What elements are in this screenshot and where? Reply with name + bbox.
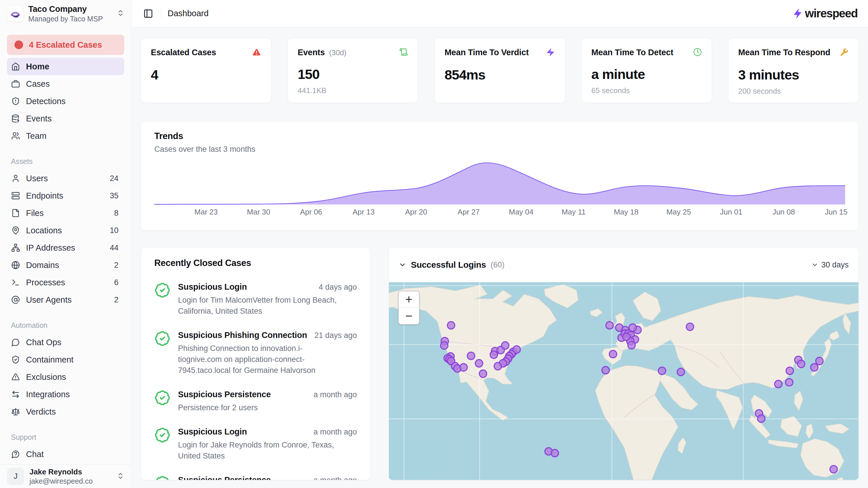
login-location-marker[interactable]: [798, 360, 805, 368]
map-pin-icon: [11, 226, 20, 235]
stat-value: a minute: [591, 66, 702, 82]
login-location-marker[interactable]: [830, 465, 837, 473]
sidebar-toggle-button[interactable]: [142, 7, 155, 20]
login-location-marker[interactable]: [786, 367, 794, 375]
user-menu[interactable]: J Jake Reynolds jake@wirespeed.co: [0, 464, 131, 488]
login-location-marker[interactable]: [475, 360, 483, 367]
trends-chart[interactable]: [154, 159, 845, 205]
sidebar-item-locations[interactable]: Locations10: [7, 222, 124, 239]
zoom-out-button[interactable]: −: [399, 308, 419, 324]
badge-check-icon: [154, 475, 170, 480]
sidebar-item-integrations[interactable]: Integrations: [7, 386, 124, 403]
login-location-marker[interactable]: [816, 357, 823, 365]
stat-label: Events (30d): [298, 48, 346, 57]
closed-case-item[interactable]: Suspicious Persistencea month ago: [154, 475, 357, 480]
panel-left-icon: [143, 9, 153, 19]
sidebar-item-files[interactable]: Files8: [7, 204, 124, 222]
login-location-marker[interactable]: [490, 351, 498, 358]
user-icon: [11, 174, 20, 183]
sidebar-item-containment[interactable]: Containment: [7, 351, 124, 368]
server-icon: [11, 191, 20, 200]
escalated-cases-pill-label: 4 Escalated Cases: [29, 40, 102, 50]
sidebar-item-ip-addresses[interactable]: IP Addresses44: [7, 239, 124, 256]
world-map[interactable]: + −: [389, 282, 859, 480]
page-title: Dashboard: [167, 9, 209, 18]
badge-check-icon: [154, 427, 170, 443]
case-description: Persistence for 2 users: [178, 402, 340, 413]
range-dropdown[interactable]: 30 days: [811, 260, 849, 269]
case-title: Suspicious Login: [178, 427, 247, 436]
sidebar-item-count: 2: [114, 261, 120, 270]
sidebar-item-label: Processes: [26, 278, 108, 287]
x-tick-label: Jun 08: [772, 207, 795, 217]
login-location-marker[interactable]: [494, 363, 502, 370]
login-location-marker[interactable]: [757, 415, 765, 422]
login-location-marker[interactable]: [602, 367, 610, 374]
closed-case-item[interactable]: Suspicious Logina month agoLogin for Jak…: [154, 427, 357, 461]
sidebar-item-verdicts[interactable]: Verdicts: [7, 403, 124, 420]
login-location-marker[interactable]: [677, 368, 684, 376]
successful-logins-header: Successful Logins (60) 30 days: [389, 248, 859, 282]
sidebar-item-processes[interactable]: Processes6: [7, 274, 124, 291]
login-location-marker[interactable]: [479, 370, 487, 378]
sidebar-item-label: Endpoints: [26, 191, 104, 201]
sidebar-item-endpoints[interactable]: Endpoints35: [7, 187, 124, 204]
sidebar-item-count: 8: [114, 209, 120, 218]
stat-sub: 65 seconds: [591, 86, 702, 95]
closed-case-item[interactable]: Suspicious Phishing Connection21 days ag…: [154, 331, 357, 376]
sidebar-item-detections[interactable]: Detections: [7, 92, 124, 110]
sidebar-item-domains[interactable]: Domains2: [7, 256, 124, 274]
brand-wordmark: wirespeed: [805, 7, 858, 20]
world-map-svg: [389, 282, 859, 480]
user-name: Jake Reynolds: [29, 467, 112, 477]
login-location-marker[interactable]: [785, 379, 793, 386]
login-location-marker[interactable]: [658, 367, 666, 375]
sidebar-item-user-agents[interactable]: User Agents2: [7, 291, 124, 309]
login-location-marker[interactable]: [441, 342, 448, 349]
login-location-marker[interactable]: [628, 341, 636, 349]
case-description: Login for Jake Reynolds from Conroe, Tex…: [178, 439, 340, 461]
stat-value: 854ms: [444, 67, 555, 83]
escalated-cases-pill[interactable]: 4 Escalated Cases: [7, 35, 124, 55]
closed-case-item[interactable]: Suspicious Persistencea month agoPersist…: [154, 390, 357, 413]
sidebar-item-chat[interactable]: Chat: [7, 446, 124, 463]
dashboard-content: Escalated Cases4Events (30d)150441.1KBMe…: [131, 27, 868, 488]
sidebar-item-label: Exclusions: [26, 372, 113, 382]
sidebar-item-users[interactable]: Users24: [7, 170, 124, 187]
login-location-marker[interactable]: [810, 364, 818, 371]
x-tick-label: Jun 15: [825, 207, 847, 217]
closed-case-item[interactable]: Suspicious Login4 days agoLogin for Tim …: [154, 282, 357, 317]
login-location-marker[interactable]: [502, 342, 509, 349]
login-location-marker[interactable]: [467, 352, 475, 360]
org-switcher[interactable]: Taco Company Managed by Taco MSP: [0, 0, 131, 27]
sidebar-item-cases[interactable]: Cases: [7, 75, 124, 92]
collapse-chevron-icon[interactable]: [399, 261, 406, 268]
sidebar-item-events[interactable]: Events: [7, 110, 124, 127]
sidebar-item-label: Chat Ops: [26, 338, 113, 347]
case-title: Suspicious Persistence: [178, 475, 271, 480]
login-location-marker[interactable]: [629, 324, 637, 331]
triangle-alert-solid-icon: [252, 48, 261, 58]
sidebar-item-home[interactable]: Home: [7, 58, 124, 75]
zoom-in-button[interactable]: +: [399, 291, 419, 308]
login-location-marker[interactable]: [447, 321, 455, 329]
login-location-marker[interactable]: [460, 364, 467, 371]
stat-label: Mean Time To Verdict: [444, 48, 531, 57]
sidebar-item-team[interactable]: Team: [7, 127, 124, 145]
login-location-marker[interactable]: [606, 321, 614, 329]
sidebar-item-count: 6: [114, 278, 120, 287]
sidebar-item-chat-ops[interactable]: Chat Ops: [7, 334, 124, 351]
primary-nav: HomeCasesDetectionsEventsTeam: [7, 58, 124, 145]
login-location-marker[interactable]: [623, 333, 630, 341]
x-tick-label: Apr 13: [352, 207, 375, 217]
login-location-marker[interactable]: [551, 449, 559, 457]
login-location-marker[interactable]: [775, 380, 782, 388]
avatar: J: [7, 468, 24, 485]
stat-sub: [151, 87, 261, 95]
trends-subtitle: Cases over the last 3 months: [141, 145, 859, 154]
taco-logo-icon: [9, 8, 21, 19]
login-location-marker[interactable]: [686, 323, 694, 331]
sidebar-item-exclusions[interactable]: Exclusions: [7, 368, 124, 386]
stat-value: 150: [298, 66, 408, 82]
login-location-marker[interactable]: [610, 350, 617, 358]
